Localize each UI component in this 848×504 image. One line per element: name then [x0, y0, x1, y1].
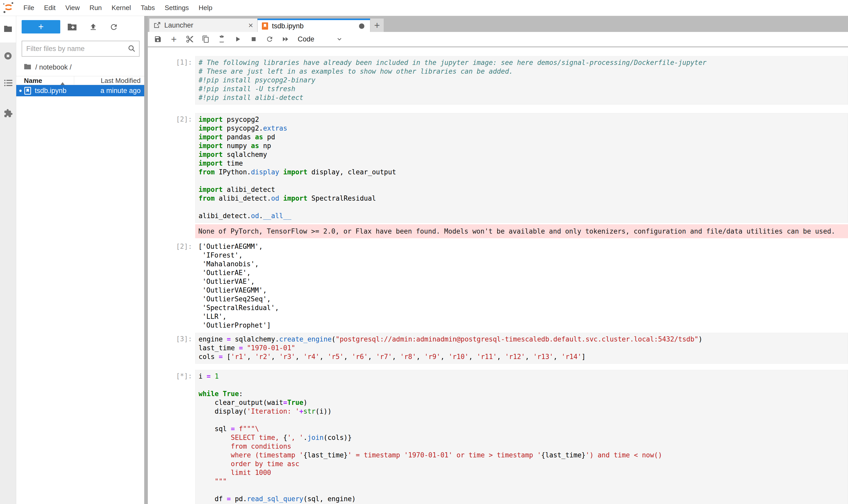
- tab-tsdb-label: tsdb.ipynb: [272, 22, 304, 30]
- menu-item-kernel[interactable]: Kernel: [107, 0, 136, 16]
- new-launcher-button[interactable]: +: [22, 20, 60, 34]
- notebook-file-icon: [24, 87, 31, 95]
- column-header-name[interactable]: Name: [24, 77, 42, 85]
- paste-cells-icon[interactable]: [217, 32, 226, 46]
- breadcrumb[interactable]: / notebook /: [23, 63, 72, 72]
- chevron-down-icon: [336, 36, 343, 42]
- menu-item-file[interactable]: File: [19, 0, 39, 16]
- breadcrumb-path: / notebook /: [35, 64, 72, 71]
- cell-prompt: [2]:: [148, 113, 195, 223]
- close-tab-icon[interactable]: ×: [248, 21, 253, 30]
- copy-cells-icon[interactable]: [201, 32, 210, 46]
- cell-output: ['OutlierAEGMM', 'IForest', 'Mahalanobis…: [195, 240, 848, 330]
- file-dirty-dot: [19, 90, 22, 92]
- file-row-tsdb[interactable]: tsdb.ipynb a minute ago: [16, 85, 144, 96]
- column-header-last-modified[interactable]: Last Modified: [101, 77, 141, 85]
- cut-cells-icon[interactable]: [185, 32, 194, 46]
- tab-launcher-label: Launcher: [164, 21, 193, 29]
- code-block: [3]:engine = sqlalchemy.create_engine("p…: [148, 333, 848, 364]
- new-folder-icon[interactable]: [67, 23, 77, 32]
- restart-run-all-icon[interactable]: [281, 32, 290, 46]
- menu-item-view[interactable]: View: [60, 0, 85, 16]
- menu-item-run[interactable]: Run: [85, 0, 107, 16]
- new-tab-button[interactable]: +: [370, 19, 384, 32]
- code-block: [1]:# The following libraries have alrea…: [148, 56, 848, 105]
- menu-item-settings[interactable]: Settings: [160, 0, 194, 16]
- home-folder-icon[interactable]: [23, 63, 32, 72]
- cell-editor[interactable]: i = 1 while True: clear_output(wait=True…: [195, 370, 848, 504]
- launcher-icon: [154, 22, 161, 29]
- cell-prompt: [1]:: [148, 56, 195, 105]
- cell-type-value: Code: [298, 35, 314, 43]
- stderr-warning: None of PyTorch, TensorFlow >= 2.0, or F…: [195, 224, 848, 238]
- tab-tsdb-notebook[interactable]: tsdb.ipynb: [257, 19, 370, 32]
- restart-kernel-icon[interactable]: [265, 32, 274, 46]
- file-last-modified: a minute ago: [101, 87, 141, 95]
- activity-bar: [0, 16, 16, 504]
- refresh-icon[interactable]: [109, 23, 118, 33]
- dock-tab-bar: Launcher × tsdb.ipynb +: [148, 16, 848, 32]
- running-sessions-icon[interactable]: [4, 52, 12, 61]
- main-dock-panel: Launcher × tsdb.ipynb + +: [148, 16, 848, 504]
- panel-resize-handle[interactable]: [144, 16, 148, 504]
- cell-prompt: [3]:: [148, 333, 195, 364]
- cell-prompt: [*]:: [148, 370, 195, 504]
- tab-launcher[interactable]: Launcher ×: [149, 19, 257, 32]
- cell-type-dropdown[interactable]: Code: [298, 35, 343, 43]
- code-block: [*]:i = 1 while True: clear_output(wait=…: [148, 370, 848, 504]
- notebook-cells: [1]:# The following libraries have alrea…: [148, 48, 848, 504]
- menu-bar-items: FileEditViewRunKernelTabsSettingsHelp: [19, 0, 217, 16]
- cell-editor[interactable]: engine = sqlalchemy.create_engine("postg…: [195, 333, 848, 364]
- cell-prompt: [2]:: [148, 240, 195, 330]
- filter-files-input[interactable]: [26, 43, 127, 55]
- folder-icon[interactable]: [4, 25, 12, 34]
- stderr-block: None of PyTorch, TensorFlow >= 2.0, or F…: [148, 224, 848, 238]
- menu-item-help[interactable]: Help: [194, 0, 217, 16]
- file-browser-panel: + / notebook / Name Last Modified tsdb.i…: [16, 16, 144, 504]
- result-block: [2]:['OutlierAEGMM', 'IForest', 'Mahalan…: [148, 240, 848, 330]
- upload-icon[interactable]: [89, 23, 97, 33]
- file-list-header: Name Last Modified: [16, 76, 144, 85]
- extensions-puzzle-icon[interactable]: [4, 109, 13, 119]
- stop-kernel-icon[interactable]: [249, 32, 258, 46]
- menu-bar: FileEditViewRunKernelTabsSettingsHelp: [0, 0, 848, 16]
- cell-editor[interactable]: # The following libraries have already b…: [195, 56, 848, 105]
- jupyter-logo-icon: [3, 2, 14, 14]
- cell-editor[interactable]: import psycopg2 import psycopg2.extras i…: [195, 113, 848, 223]
- notebook-toolbar: + Code: [148, 32, 848, 48]
- notebook-orange-icon: [261, 22, 268, 30]
- save-icon[interactable]: [154, 32, 162, 46]
- code-block: [2]:import psycopg2 import psycopg2.extr…: [148, 113, 848, 223]
- table-of-contents-icon[interactable]: [4, 79, 13, 88]
- insert-cell-icon[interactable]: +: [169, 32, 178, 46]
- unsaved-changes-dot[interactable]: [359, 23, 364, 29]
- menu-item-tabs[interactable]: Tabs: [136, 0, 160, 16]
- menu-item-edit[interactable]: Edit: [39, 0, 60, 16]
- search-icon: [128, 44, 137, 54]
- file-name: tsdb.ipynb: [35, 87, 67, 95]
- filter-files-box: [22, 41, 140, 57]
- run-cell-icon[interactable]: [233, 32, 242, 46]
